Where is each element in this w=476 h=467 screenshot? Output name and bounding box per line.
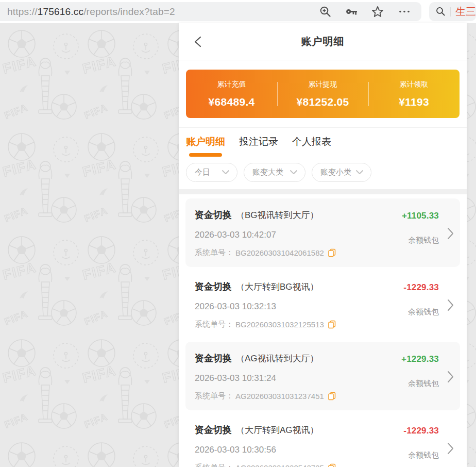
transaction-type: 资金切换 — [195, 353, 232, 363]
search-suggestion-text: 生三 — [455, 5, 476, 19]
transaction-amount: +1229.33 — [401, 354, 439, 364]
chevron-right-icon — [447, 299, 454, 311]
transaction-time: 2026-03-03 10:31:24 — [195, 373, 401, 383]
copy-icon[interactable] — [328, 463, 336, 467]
chevron-down-icon — [356, 170, 363, 175]
transaction-item[interactable]: 资金切换（大厅转到BG视讯） 2026-03-03 10:32:13 系统单号：… — [185, 270, 460, 339]
total-deposit: 累计充值 ¥68489.4 — [186, 80, 277, 108]
more-icon[interactable] — [398, 6, 411, 18]
copy-icon[interactable] — [328, 392, 336, 401]
active-tab-underline — [189, 153, 222, 157]
section-divider — [179, 189, 467, 194]
total-claimed-value: ¥1193 — [368, 96, 460, 108]
stats-section: 累计充值 ¥68489.4 累计提现 ¥81252.05 累计领取 ¥1193 — [179, 60, 467, 128]
order-number-label: 系统单号： — [195, 320, 233, 329]
order-number-label: 系统单号： — [195, 463, 233, 467]
wallet-label: 余额钱包 — [408, 236, 439, 245]
order-number-label: 系统单号： — [195, 391, 233, 401]
tab-personal-report[interactable]: 个人报表 — [292, 135, 331, 157]
address-bar[interactable]: https://175616.cc/reports/index?tab=2 — [0, 2, 421, 21]
transaction-type: 资金切换 — [195, 210, 232, 220]
order-number-value: BG202603031042061582 — [235, 248, 324, 257]
wallet-label: 余额钱包 — [408, 451, 439, 460]
totals-card: 累计充值 ¥68489.4 累计提现 ¥81252.05 累计领取 ¥1193 — [186, 70, 460, 118]
transaction-time: 2026-03-03 10:32:13 — [195, 302, 403, 312]
browser-search-box[interactable]: 生三 — [429, 2, 476, 21]
wallet-label: 余额钱包 — [408, 379, 439, 389]
order-number-value: AG202603031030543725 — [235, 463, 324, 467]
url-path: /reports/index?tab=2 — [83, 6, 175, 17]
transaction-list: 资金切换（BG视讯转到大厅） 2026-03-03 10:42:07 系统单号：… — [179, 194, 467, 467]
transaction-amount: -1229.33 — [403, 426, 439, 436]
page-content: FIFA — [0, 23, 476, 467]
order-number-label: 系统单号： — [195, 248, 233, 258]
total-withdraw: 累计提现 ¥81252.05 — [277, 80, 368, 108]
zoom-in-icon[interactable] — [319, 6, 331, 18]
panel-header: 账户明细 — [179, 23, 467, 60]
address-bar-icons — [319, 6, 411, 18]
tab-account-detail[interactable]: 账户明细 — [186, 135, 225, 157]
search-divider — [450, 7, 451, 16]
filter-major-category[interactable]: 账变大类 — [244, 163, 305, 182]
transaction-type: 资金切换 — [195, 281, 232, 292]
key-icon[interactable] — [345, 6, 358, 18]
tab-bet-records[interactable]: 投注记录 — [239, 135, 278, 157]
page-title: 账户明细 — [301, 35, 345, 48]
filter-date[interactable]: 今日 — [186, 163, 237, 182]
transaction-detail: （大厅转到AG视讯） — [236, 425, 319, 435]
transaction-time: 2026-03-03 10:30:56 — [195, 445, 403, 455]
transaction-detail: （大厅转到BG视讯） — [236, 282, 319, 292]
filter-minor-category[interactable]: 账变小类 — [312, 163, 371, 182]
url-prefix: https:// — [7, 6, 38, 17]
wallet-label: 余额钱包 — [408, 307, 439, 317]
chevron-right-icon — [447, 442, 454, 455]
chevron-down-icon — [222, 170, 229, 175]
copy-icon[interactable] — [328, 248, 336, 257]
total-claimed: 累计领取 ¥1193 — [368, 80, 460, 108]
order-number-value: AG202603031031237451 — [235, 392, 324, 401]
url-domain: 175616.cc — [38, 6, 83, 17]
total-claimed-label: 累计领取 — [368, 80, 460, 89]
filter-row: 今日 账变大类 账变小类 — [186, 163, 460, 182]
chevron-right-icon — [447, 371, 454, 383]
search-icon — [436, 6, 446, 18]
total-deposit-value: ¥68489.4 — [186, 96, 277, 108]
total-withdraw-label: 累计提现 — [277, 80, 368, 89]
total-deposit-label: 累计充值 — [186, 80, 277, 89]
transaction-amount: -1229.33 — [403, 282, 439, 293]
tabs-section: 账户明细 投注记录 个人报表 今日 — [179, 128, 467, 189]
order-number-value: BG202603031032125513 — [235, 320, 324, 329]
transaction-detail: （AG视讯转到大厅） — [236, 354, 319, 363]
transaction-item[interactable]: 资金切换（大厅转到AG视讯） 2026-03-03 10:30:56 系统单号：… — [185, 413, 460, 467]
total-withdraw-value: ¥81252.05 — [277, 96, 368, 108]
account-detail-panel: 账户明细 累计充值 ¥68489.4 累计提现 ¥81252.05 累计领取 ¥… — [179, 23, 467, 467]
transaction-type: 资金切换 — [195, 425, 232, 435]
transaction-time: 2026-03-03 10:42:07 — [195, 230, 402, 240]
transaction-item[interactable]: 资金切换（AG视讯转到大厅） 2026-03-03 10:31:24 系统单号：… — [185, 342, 460, 410]
back-button[interactable] — [193, 36, 205, 47]
copy-icon[interactable] — [328, 320, 336, 329]
tabs: 账户明细 投注记录 个人报表 — [186, 135, 460, 157]
chevron-down-icon — [290, 170, 297, 175]
url-text: https://175616.cc/reports/index?tab=2 — [7, 6, 175, 18]
browser-top-bar: https://175616.cc/reports/index?tab=2 — [0, 0, 476, 23]
transaction-amount: +1105.33 — [402, 211, 439, 221]
transaction-detail: （BG视讯转到大厅） — [236, 210, 319, 220]
transaction-item[interactable]: 资金切换（BG视讯转到大厅） 2026-03-03 10:42:07 系统单号：… — [185, 198, 460, 267]
star-icon[interactable] — [371, 6, 384, 18]
chevron-right-icon — [447, 227, 454, 240]
